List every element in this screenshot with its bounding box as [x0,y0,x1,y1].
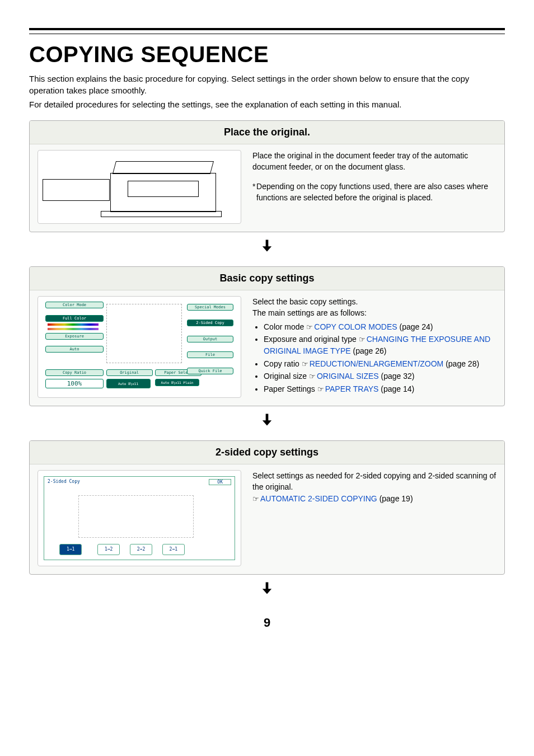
step-basic-settings: Basic copy settings Color Mode Full Colo… [29,266,505,406]
bullet-exposure: Exposure and original type CHANGING THE … [264,334,496,356]
intro-line-2: For detailed procedures for selecting th… [29,98,505,110]
step-place-original: Place the original. Place the original i… [29,120,505,232]
mode-1-to-1: 1→1 [59,544,82,555]
bullet-copy-ratio: Copy ratio REDUCTION/ENLARGEMENT/ZOOM (p… [264,358,496,370]
panel-quick-file: Quick File [187,368,233,374]
panel-file: File [187,351,233,358]
intro-block: This section explains the basic procedur… [29,73,505,110]
panel-copy-ratio-label: Copy Ratio [45,369,104,376]
step2-text-1: Select the basic copy settings. [252,296,496,307]
rule-thin [29,34,505,34]
dialog-preview [78,495,194,538]
footnote-marker: * [252,181,256,204]
step2-heading: Basic copy settings [30,267,504,290]
pointer-icon [309,372,317,381]
page-title: COPYING SEQUENCE [29,42,505,67]
control-panel-diagram: Color Mode Full Color Exposure Auto Copy… [38,296,241,398]
step3-heading: 2-sided copy settings [30,441,504,464]
step1-heading: Place the original. [30,121,504,144]
pointer-icon [252,494,260,503]
panel-copy-ratio-value: 100% [45,379,104,388]
copier-tray [43,179,110,200]
panel-preview-area [106,304,182,363]
panel-paper-select-value: Auto 8½x11 Plain [155,379,199,386]
copier-lid [113,161,214,174]
panel-two-sided-copy: 2-Sided Copy [187,320,233,326]
link-paper-trays[interactable]: PAPER TRAYS [325,384,379,393]
rule-thick [29,28,505,30]
pointer-icon [317,384,325,393]
step2-text-2: The main settings are as follows: [252,307,496,318]
copier-output [128,181,199,197]
mode-2-to-1: 2→1 [162,544,185,555]
pointer-icon [359,335,367,344]
intro-line-1: This section explains the basic procedur… [29,73,505,96]
panel-output: Output [187,336,233,342]
step1-text: Place the original in the document feede… [252,150,496,173]
two-sided-dialog-diagram: 2-Sided Copy OK 1→1 1→2 2→2 2→1 [38,470,241,566]
panel-original-label: Original [106,369,153,376]
step-two-sided-settings: 2-sided copy settings 2-Sided Copy OK 1→… [29,440,505,575]
copier-diagram [38,150,241,224]
link-copy-color-modes[interactable]: COPY COLOR MODES [314,322,397,331]
flow-arrow-2 [29,412,505,430]
dialog-ok-button: OK [209,479,231,485]
step3-link-page: (page 19) [380,494,413,503]
panel-color-bar-2 [48,328,99,330]
panel-color-bar [48,323,99,326]
link-original-sizes[interactable]: ORIGINAL SIZES [317,372,379,381]
dialog-title: 2-Sided Copy [48,479,80,484]
step2-bullets: Color mode COPY COLOR MODES (page 24) Ex… [252,321,496,396]
mode-2-to-2: 2→2 [130,544,152,555]
pointer-icon [306,322,314,331]
mode-1-to-2: 1→2 [97,544,120,555]
link-reduction-zoom[interactable]: REDUCTION/ENLARGEMENT/ZOOM [310,359,444,368]
flow-arrow-1 [29,238,505,256]
pointer-icon [302,359,310,368]
panel-special-modes: Special Modes [187,304,233,311]
panel-color-mode-value: Full Color [45,315,104,322]
bullet-color-mode: Color mode COPY COLOR MODES (page 24) [264,321,496,333]
step3-text: Select settings as needed for 2-sided co… [252,470,496,493]
flow-arrow-3 [29,580,505,599]
panel-color-mode-label: Color Mode [45,302,104,308]
bullet-original-size: Original size ORIGINAL SIZES (page 32) [264,370,496,382]
panel-exposure-value: Auto [45,346,104,353]
panel-exposure-label: Exposure [45,333,104,340]
step1-note: Depending on the copy functions used, th… [256,181,496,204]
panel-original-value: Auto 8½x11 [106,379,151,388]
link-auto-2sided[interactable]: AUTOMATIC 2-SIDED COPYING [260,494,377,503]
copier-base [101,211,222,217]
bullet-paper-settings: Paper Settings PAPER TRAYS (page 14) [264,383,496,395]
page-number: 9 [29,616,505,630]
